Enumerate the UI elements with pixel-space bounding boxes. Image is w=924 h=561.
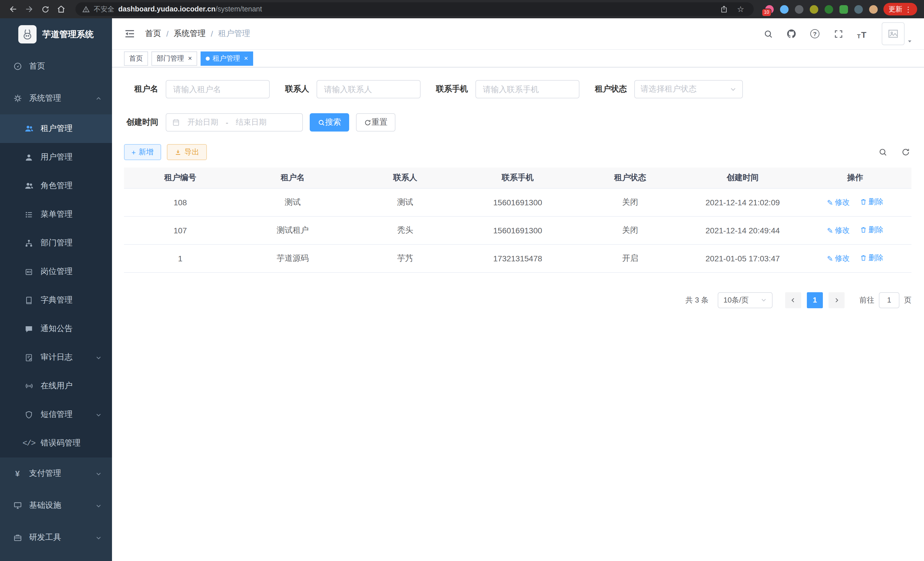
tab-label: 部门管理 [157,53,184,63]
prev-page-button[interactable] [785,292,801,308]
browser-update-button[interactable]: 更新 ⋮ [884,3,917,15]
sidebar-item-infrastructure[interactable]: 基础设施 [0,490,112,522]
chevron-down-icon [95,534,102,541]
sidebar-item-home[interactable]: 首页 [0,50,112,82]
refresh-icon [364,119,371,126]
browser-back-icon[interactable] [6,2,21,17]
phone-input[interactable] [476,80,579,98]
close-icon[interactable]: × [244,55,248,62]
sidebar-logo[interactable]: 芋道管理系统 [0,18,112,50]
extensions-area: 10 [765,5,878,14]
delete-link[interactable]: 删除 [860,197,884,207]
roles-icon [24,181,34,191]
search-button[interactable]: 搜索 [310,113,349,132]
next-page-button[interactable] [829,292,844,308]
page-content: 租户名 联系人 联系手机 租户状态 请选择租户状态 [112,68,924,308]
sidebar-item-roles[interactable]: 角色管理 [0,171,112,200]
extension-icon[interactable] [825,5,833,14]
sidebar-item-posts[interactable]: 岗位管理 [0,257,112,286]
fullscreen-icon[interactable] [832,28,844,39]
extension-icon[interactable] [810,5,818,14]
delete-link[interactable]: 删除 [860,253,884,263]
sidebar-item-departments[interactable]: 部门管理 [0,229,112,257]
date-range-picker[interactable]: 开始日期 - 结束日期 [166,113,303,132]
contact-input[interactable] [316,80,421,98]
edit-link[interactable]: ✎修改 [827,254,850,264]
tab-label: 租户管理 [213,53,240,63]
puzzle-extensions-icon[interactable] [854,5,863,14]
breadcrumb-separator: / [211,29,213,38]
pagination: 共 3 条 10条/页 1 前往 页 [124,292,911,308]
sidebar-item-notice[interactable]: 通知公告 [0,314,112,343]
extension-icon[interactable] [839,5,848,14]
breadcrumb-item[interactable]: 首页 [145,29,161,39]
add-button[interactable]: + 新增 [124,144,161,160]
security-warning-label: 不安全 [94,4,114,14]
add-button-label: 新增 [139,147,153,157]
kebab-menu-icon: ⋮ [904,5,912,13]
page-unit-label: 页 [904,295,911,305]
extension-icon[interactable] [780,5,789,14]
hide-search-icon[interactable] [877,146,889,158]
github-icon[interactable] [786,28,797,39]
sidebar-item-tenant[interactable]: 租户管理 [0,114,112,143]
edit-link[interactable]: ✎修改 [827,198,850,208]
sidebar-item-sms[interactable]: 短信管理 [0,400,112,429]
system-submenu: 租户管理 用户管理 角色管理 菜单管理 [0,114,112,457]
cell-actions: ✎修改 删除 [799,244,911,272]
share-icon[interactable] [718,3,730,15]
tab-tenant-active[interactable]: 租户管理 × [201,51,253,65]
status-select[interactable]: 请选择租户状态 [634,80,743,98]
refresh-icon[interactable] [900,146,911,158]
sidebar-collapse-icon[interactable] [123,27,136,40]
browser-reload-icon[interactable] [38,2,52,17]
sidebar-item-error-codes[interactable]: </> 错误码管理 [0,429,112,457]
browser-profile-avatar[interactable] [869,5,878,14]
filter-phone: 联系手机 [436,80,579,98]
tab-label: 首页 [129,53,143,63]
delete-link[interactable]: 删除 [860,225,884,235]
extension-icon[interactable] [795,5,803,14]
sidebar-item-menus[interactable]: 菜单管理 [0,200,112,229]
browser-forward-icon[interactable] [22,2,37,17]
search-icon[interactable] [762,28,774,39]
browser-home-icon[interactable] [54,2,69,17]
font-size-icon[interactable]: TT [856,28,867,39]
sidebar-item-label: 岗位管理 [40,266,73,277]
toolbox-icon [13,533,22,542]
address-bar[interactable]: 不安全 dashboard.yudao.iocoder.cn/system/te… [75,2,754,16]
tab-department[interactable]: 部门管理 × [152,51,197,65]
sidebar-item-online-users[interactable]: 在线用户 [0,372,112,400]
page-size-select[interactable]: 10条/页 [718,292,772,308]
app-title: 芋道管理系统 [42,29,94,40]
export-button[interactable]: 导出 [166,144,207,160]
browser-toolbar: 不安全 dashboard.yudao.iocoder.cn/system/te… [0,0,924,18]
sidebar-item-label: 支付管理 [29,468,61,479]
page-number-button[interactable]: 1 [807,292,823,308]
edit-link[interactable]: ✎修改 [827,226,850,236]
cell-created: 2021-12-14 21:02:09 [686,188,799,216]
cell-created: 2021-01-05 17:03:47 [686,244,799,272]
sidebar-item-system[interactable]: 系统管理 [0,82,112,114]
tab-home[interactable]: 首页 [124,51,148,65]
breadcrumb-item[interactable]: 系统管理 [174,29,206,39]
sidebar: 芋道管理系统 首页 系统管理 租户管理 [0,18,112,561]
bookmark-star-icon[interactable]: ☆ [734,3,747,15]
sidebar-item-payment[interactable]: ¥ 支付管理 [0,457,112,490]
cell-status: 关闭 [574,188,687,216]
sidebar-item-users[interactable]: 用户管理 [0,143,112,171]
reset-button[interactable]: 重置 [356,113,395,132]
sidebar-item-dev-tools[interactable]: 研发工具 [0,522,112,553]
user-avatar-menu[interactable] [882,22,913,45]
org-tree-icon [24,238,34,248]
sidebar-item-dict[interactable]: 字典管理 [0,286,112,314]
yen-icon: ¥ [13,469,22,478]
tenant-name-input[interactable] [166,80,270,98]
chevron-down-icon [95,470,102,477]
extension-icon[interactable]: 10 [765,5,774,14]
sidebar-item-audit-log[interactable]: 审计日志 [0,343,112,372]
close-icon[interactable]: × [188,55,192,62]
help-icon[interactable]: ? [809,28,820,39]
main-area: 首页 / 系统管理 / 租户管理 ? TT [112,18,924,561]
goto-page-input[interactable] [879,292,899,308]
